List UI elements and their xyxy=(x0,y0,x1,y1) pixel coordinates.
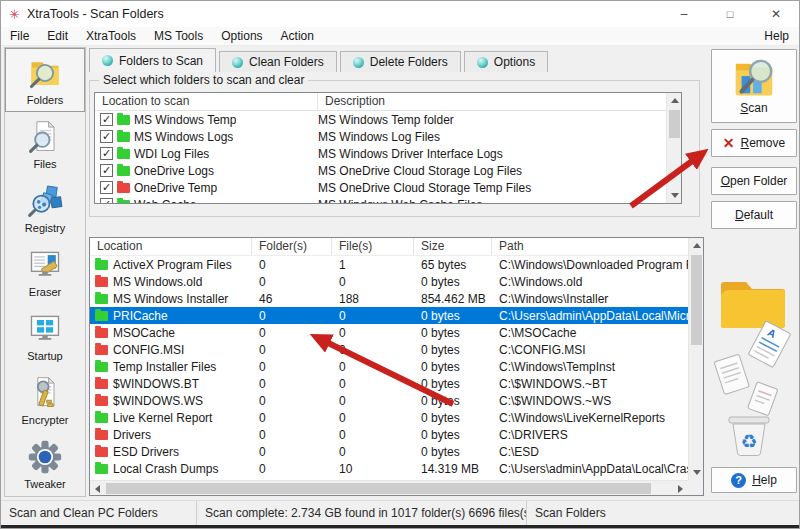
folder-icon xyxy=(95,294,108,304)
scan-folder-row[interactable]: ✓ WDI Log Files MS Windows Driver Interf… xyxy=(95,145,681,162)
result-row[interactable]: $WINDOWS.WS 0 0 0 bytes C:\$WINDOWS.~WS xyxy=(90,392,688,409)
sidebar-item-eraser[interactable]: Eraser xyxy=(5,240,85,304)
folder-icon xyxy=(95,260,108,270)
menu-item-xtratools[interactable]: XtraTools xyxy=(77,27,145,46)
result-row[interactable]: ActiveX Program Files 0 1 65 bytes C:\Wi… xyxy=(90,256,688,273)
recycle-icon: ♻ xyxy=(740,430,757,452)
scan-folder-row[interactable]: ✓ Web Cache MS Windows Web Cache Files xyxy=(95,196,681,204)
scroll-down-icon[interactable] xyxy=(667,188,682,203)
maximize-icon[interactable]: □ xyxy=(707,1,753,27)
tab-dot-icon xyxy=(102,55,113,66)
tab-dot-icon xyxy=(353,57,364,68)
table-horizontal-scrollbar[interactable] xyxy=(90,480,688,495)
folder-icon xyxy=(95,345,108,355)
checkbox[interactable]: ✓ xyxy=(100,181,113,194)
checkbox[interactable]: ✓ xyxy=(100,113,113,126)
groupbox-title: Select which folders to scan and clear xyxy=(99,73,308,87)
scan-button[interactable]: Scan xyxy=(711,49,797,123)
remove-button-label: Remove xyxy=(741,136,786,150)
scan-folder-row[interactable]: ✓ OneDrive Temp MS OneDrive Cloud Storag… xyxy=(95,179,681,196)
folder-search-icon xyxy=(730,57,778,99)
tab-delete-folders[interactable]: Delete Folders xyxy=(340,51,461,72)
app-icon: ✳ xyxy=(9,8,20,21)
clean-folders-illustration-icon: A ♻ xyxy=(707,273,799,459)
sidebar-item-startup[interactable]: Startup xyxy=(5,304,85,368)
tweaker-icon xyxy=(26,438,64,476)
scan-folder-row[interactable]: ✓ MS Windows Temp MS Windows Temp folder xyxy=(95,111,681,128)
result-row[interactable]: Local Crash Dumps 0 10 14.319 MB C:\User… xyxy=(90,460,688,477)
column-header-folders[interactable]: Folder(s) xyxy=(252,238,332,255)
scan-folder-row[interactable]: ✓ MS Windows Logs MS Windows Log Files xyxy=(95,128,681,145)
remove-button[interactable]: ✕ Remove xyxy=(711,129,797,157)
help-button[interactable]: ? Help xyxy=(711,467,797,493)
checkbox[interactable]: ✓ xyxy=(100,130,113,143)
folder-icon xyxy=(95,311,108,321)
column-header-size[interactable]: Size xyxy=(414,238,492,255)
menu-item-ms-tools[interactable]: MS Tools xyxy=(145,27,212,46)
tab-clean-folders[interactable]: Clean Folders xyxy=(219,51,337,72)
scroll-right-icon[interactable] xyxy=(673,481,688,496)
column-header-description[interactable]: Description xyxy=(318,93,681,110)
tab-dot-icon xyxy=(477,57,488,68)
result-row-selected[interactable]: PRICache 0 0 0 bytes C:\Users\admin\AppD… xyxy=(90,307,688,324)
scrollbar-corner xyxy=(688,480,703,495)
status-section-scan-result: Scan complete: 2.734 GB found in 1017 fo… xyxy=(197,501,527,525)
folder-icon xyxy=(117,200,130,205)
menu-item-options[interactable]: Options xyxy=(212,27,271,46)
scroll-left-icon[interactable] xyxy=(90,481,105,496)
result-row[interactable]: ESD Drivers 0 0 0 bytes C:\ESD xyxy=(90,443,688,460)
tab-dot-icon xyxy=(232,57,243,68)
scan-folder-row[interactable]: ✓ OneDrive Logs MS OneDrive Cloud Storag… xyxy=(95,162,681,179)
scroll-up-icon[interactable] xyxy=(667,93,682,108)
folder-icon xyxy=(95,362,108,372)
tab-options[interactable]: Options xyxy=(464,51,548,72)
folder-icon xyxy=(95,430,108,440)
result-row[interactable]: MSOCache 0 0 0 bytes C:\MSOCache xyxy=(90,324,688,341)
default-button[interactable]: Default xyxy=(711,201,797,229)
app-window: ✳ XtraTools - Scan Folders – □ ✕ FileEdi… xyxy=(0,0,800,529)
table-vertical-scrollbar[interactable] xyxy=(688,238,703,480)
status-bar: Scan and Clean PC Folders Scan complete:… xyxy=(1,500,799,525)
sidebar-item-registry[interactable]: Registry xyxy=(5,176,85,240)
scan-list-scrollbar[interactable] xyxy=(666,93,681,203)
sidebar-item-encrypter[interactable]: Encrypter xyxy=(5,368,85,432)
minimize-icon[interactable]: – xyxy=(661,1,707,27)
column-header-path[interactable]: Path xyxy=(492,238,688,255)
column-header-files[interactable]: File(s) xyxy=(332,238,414,255)
menu-item-help[interactable]: Help xyxy=(754,27,799,46)
result-row[interactable]: Drivers 0 0 0 bytes C:\DRIVERS xyxy=(90,426,688,443)
result-row[interactable]: $WINDOWS.BT 0 0 0 bytes C:\$WINDOWS.~BT xyxy=(90,375,688,392)
menu-items: FileEditXtraToolsMS ToolsOptionsAction xyxy=(1,27,323,46)
menu-item-edit[interactable]: Edit xyxy=(38,27,77,46)
folder-icon xyxy=(95,328,108,338)
open-folder-button[interactable]: Open Folder xyxy=(711,167,797,195)
checkbox[interactable]: ✓ xyxy=(100,147,113,160)
results-table-header: Location Folder(s) File(s) Size Path xyxy=(90,238,688,256)
result-row[interactable]: Temp Installer Files 0 0 0 bytes C:\Wind… xyxy=(90,358,688,375)
sidebar-item-tweaker[interactable]: Tweaker xyxy=(5,432,85,496)
sidebar-item-files[interactable]: Files xyxy=(5,112,85,176)
startup-icon xyxy=(26,310,64,348)
result-row[interactable]: CONFIG.MSI 0 0 0 bytes C:\CONFIG.MSI xyxy=(90,341,688,358)
sidebar-item-folders[interactable]: Folders xyxy=(5,48,85,112)
scrollbar-thumb[interactable] xyxy=(106,483,651,494)
tab-folders-to-scan[interactable]: Folders to Scan xyxy=(89,48,216,72)
result-row[interactable]: MS Windows.old 0 0 0 bytes C:\Windows.ol… xyxy=(90,273,688,290)
result-row[interactable]: Live Kernel Report 0 0 0 bytes C:\Window… xyxy=(90,409,688,426)
result-row[interactable]: MS Windows Installer 46 188 854.462 MB C… xyxy=(90,290,688,307)
scan-folder-list: Location to scan Description ✓ MS Window… xyxy=(94,92,682,204)
remove-x-icon: ✕ xyxy=(723,136,735,150)
checkbox[interactable]: ✓ xyxy=(100,164,113,177)
menu-item-file[interactable]: File xyxy=(1,27,38,46)
menu-item-action[interactable]: Action xyxy=(272,27,323,46)
column-header-location[interactable]: Location xyxy=(90,238,252,255)
column-header-location-to-scan[interactable]: Location to scan xyxy=(95,93,318,110)
scroll-up-icon[interactable] xyxy=(689,238,704,253)
close-icon[interactable]: ✕ xyxy=(753,1,799,27)
sidebar: Folders Files Registry Eraser Startup En… xyxy=(4,47,86,497)
folder-icon xyxy=(95,464,108,474)
scrollbar-thumb[interactable] xyxy=(669,110,680,138)
scroll-down-icon[interactable] xyxy=(689,465,704,480)
checkbox[interactable]: ✓ xyxy=(100,198,113,204)
scrollbar-thumb[interactable] xyxy=(691,255,702,345)
